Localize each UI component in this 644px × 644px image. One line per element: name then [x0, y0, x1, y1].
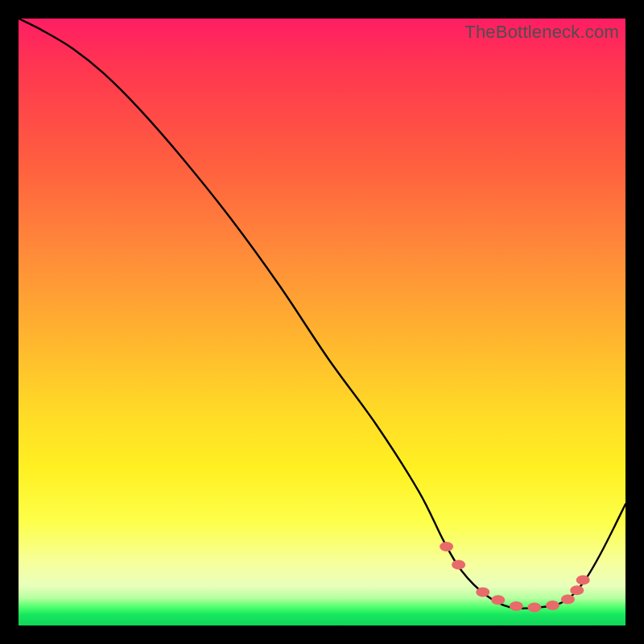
curve-marker: [452, 560, 465, 570]
curve-marker: [440, 542, 453, 551]
curve-marker: [546, 601, 559, 610]
curve-marker: [527, 602, 541, 612]
chart-svg: [19, 19, 625, 625]
plot-area: TheBottleneck.com: [19, 19, 625, 625]
curve-marker: [561, 595, 575, 605]
bottleneck-curve: [19, 19, 625, 609]
curve-marker: [491, 595, 505, 605]
curve-marker: [576, 576, 590, 585]
chart-frame: TheBottleneck.com: [0, 0, 644, 644]
marker-group: [440, 542, 590, 612]
curve-marker: [570, 585, 584, 595]
curve-marker: [510, 601, 523, 611]
curve-marker: [476, 588, 489, 597]
